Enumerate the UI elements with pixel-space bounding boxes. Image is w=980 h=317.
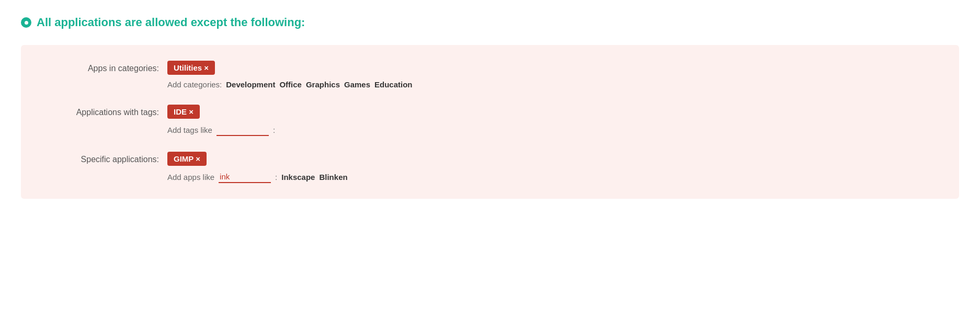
categories-label: Apps in categories:	[42, 61, 167, 73]
category-graphics[interactable]: Graphics	[306, 80, 340, 89]
category-education[interactable]: Education	[374, 80, 413, 89]
page-container: All applications are allowed except the …	[0, 0, 980, 214]
tags-section: Applications with tags: IDE × Add tags l…	[42, 105, 938, 136]
category-office[interactable]: Office	[279, 80, 302, 89]
tags-content: IDE × Add tags like :	[167, 105, 275, 136]
ide-badge[interactable]: IDE ×	[167, 105, 200, 119]
categories-add-row: Add categories: Development Office Graph…	[167, 80, 413, 89]
apps-colon: :	[275, 173, 277, 182]
tags-tag-row: IDE ×	[167, 105, 275, 119]
content-panel: Apps in categories: Utilities × Add cate…	[21, 45, 959, 199]
apps-label: Specific applications:	[42, 152, 167, 164]
category-development[interactable]: Development	[226, 80, 275, 89]
tags-label: Applications with tags:	[42, 105, 167, 117]
radio-icon	[21, 17, 31, 28]
tags-add-row: Add tags like :	[167, 124, 275, 136]
category-games[interactable]: Games	[344, 80, 370, 89]
apps-tag-row: GIMP ×	[167, 152, 348, 166]
header-row: All applications are allowed except the …	[21, 16, 959, 29]
apps-add-row: Add apps like : Inkscape Blinken	[167, 171, 348, 183]
categories-section: Apps in categories: Utilities × Add cate…	[42, 61, 938, 89]
apps-add-label: Add apps like	[167, 173, 214, 182]
categories-add-label: Add categories:	[167, 80, 222, 89]
utilities-badge[interactable]: Utilities ×	[167, 61, 215, 75]
tags-input[interactable]	[216, 124, 269, 136]
apps-section: Specific applications: GIMP × Add apps l…	[42, 152, 938, 183]
categories-tag-row: Utilities ×	[167, 61, 413, 75]
tags-add-label: Add tags like	[167, 126, 212, 134]
categories-content: Utilities × Add categories: Development …	[167, 61, 413, 89]
apps-input[interactable]	[219, 171, 271, 183]
page-title: All applications are allowed except the …	[37, 16, 305, 29]
gimp-badge[interactable]: GIMP ×	[167, 152, 207, 166]
tags-colon: :	[273, 126, 275, 134]
apps-content: GIMP × Add apps like : Inkscape Blinken	[167, 152, 348, 183]
app-suggestion-inkscape[interactable]: Inkscape	[281, 173, 315, 182]
app-suggestion-blinken[interactable]: Blinken	[319, 173, 347, 182]
